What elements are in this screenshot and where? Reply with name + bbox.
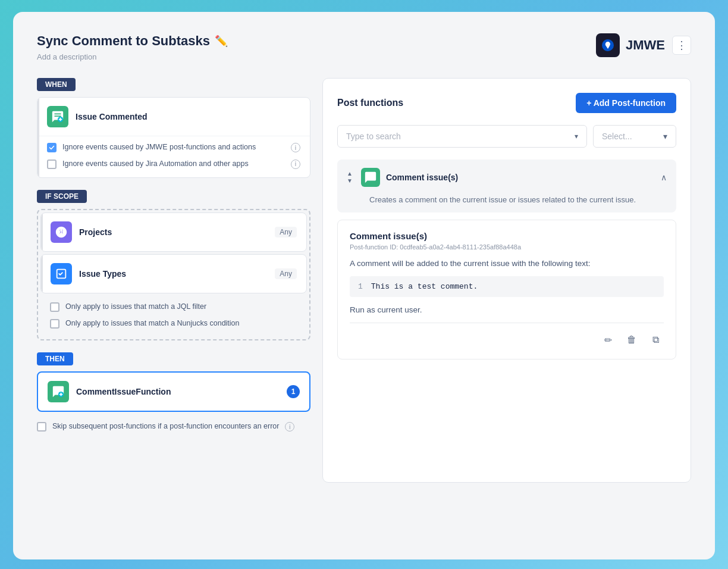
issue-types-icon: [51, 263, 72, 284]
info-icon-2[interactable]: i: [291, 160, 300, 169]
collapse-arrows[interactable]: ▲ ▼: [347, 171, 353, 184]
search-chevron-icon: ▾: [575, 132, 578, 140]
issue-commented-name: Issue Commented: [76, 112, 300, 121]
comment-issue-function-icon: [48, 381, 69, 402]
comment-issue-header-row: ▲ ▼ Comment issue(s) ∧: [337, 160, 676, 195]
skip-label: Skip subsequent post-functions if a post…: [52, 421, 279, 432]
post-functions-title: Post functions: [337, 98, 403, 108]
action-icons: ✏ 🗑 ⧉: [350, 332, 664, 348]
header-right: JMWE ⋮: [596, 33, 691, 57]
nunjucks-checkbox-row: Only apply to issues that match a Nunjuc…: [50, 318, 297, 329]
comment-issue-function-row: CommentIssueFunction 1: [38, 373, 309, 411]
left-panel: WHEN Issue Commented: [37, 78, 310, 432]
select-field[interactable]: Select... ▾: [593, 125, 676, 148]
then-section-content: CommentIssueFunction 1: [37, 371, 310, 412]
issue-types-name: Issue Types: [79, 269, 268, 279]
skip-row: Skip subsequent post-functions if a post…: [37, 421, 310, 432]
search-placeholder: Type to search: [346, 132, 401, 141]
select-chevron-icon: ▾: [663, 132, 667, 141]
post-functions-header: Post functions + Add Post-function: [337, 93, 676, 113]
projects-icon: [51, 221, 72, 243]
then-badge-wrap: THEN: [37, 352, 310, 371]
projects-badge: Any: [275, 227, 297, 237]
page-title: Sync Comment to Subtasks ✏️: [37, 33, 228, 49]
issue-types-badge: Any: [275, 268, 297, 279]
delete-action-icon[interactable]: 🗑: [623, 332, 640, 348]
edit-icon[interactable]: ✏️: [215, 35, 228, 48]
ifscope-checkboxes: Only apply to issues that match a JQL fi…: [40, 296, 307, 337]
jmwe-icon: [596, 33, 620, 57]
comment-issue-card-title: Comment issue(s): [386, 173, 655, 182]
copy-action-icon[interactable]: ⧉: [647, 332, 664, 348]
nunjucks-checkbox[interactable]: [50, 319, 59, 329]
nunjucks-label: Only apply to issues that match a Nunjuc…: [65, 318, 297, 329]
checkbox-row-2: Ignore events caused by Jira Automation …: [47, 159, 300, 170]
header: Sync Comment to Subtasks ✏️ Add a descri…: [37, 33, 691, 61]
then-badge: THEN: [37, 352, 73, 365]
code-content: This is a test comment.: [371, 282, 478, 291]
checkbox-row-1: Ignore events caused by JMWE post-functi…: [47, 142, 300, 153]
issue-commented-icon: [47, 106, 68, 127]
expand-icon[interactable]: ∧: [661, 173, 667, 182]
issue-types-row: Issue Types Any: [41, 255, 306, 293]
when-checkboxes: Ignore events caused by JMWE post-functi…: [37, 136, 310, 177]
edit-action-icon[interactable]: ✏: [600, 332, 616, 348]
page-subtitle: Add a description: [37, 52, 228, 61]
code-block: 1 This is a test comment.: [350, 276, 664, 297]
header-left: Sync Comment to Subtasks ✏️ Add a descri…: [37, 33, 228, 61]
when-badge-wrap: WHEN: [37, 78, 310, 97]
projects-name: Projects: [79, 227, 268, 237]
search-row: Type to search ▾ Select... ▾: [337, 125, 676, 148]
ifscope-badge: IF SCOPE: [37, 190, 87, 203]
skip-info-icon[interactable]: i: [285, 422, 294, 432]
detail-desc: A comment will be added to the current i…: [350, 259, 664, 268]
title-text: Sync Comment to Subtasks: [37, 33, 210, 49]
issue-commented-row: Issue Commented: [37, 98, 310, 136]
comment-issue-card: ▲ ▼ Comment issue(s) ∧ Creates a comment…: [337, 160, 676, 212]
brand-name: JMWE: [626, 37, 665, 53]
search-field[interactable]: Type to search ▾: [337, 125, 587, 148]
run-as: Run as current user.: [350, 305, 664, 323]
add-post-function-button[interactable]: + Add Post-function: [576, 93, 676, 113]
menu-dots-button[interactable]: ⋮: [672, 36, 691, 55]
ifscope-section: Projects Any Issue Types Any: [37, 209, 310, 340]
detail-id: Post-function ID: 0cdfeab5-a0a2-4ab4-811…: [350, 243, 664, 251]
comment-issue-function-name: CommentIssueFunction: [76, 387, 280, 396]
when-section-content: Issue Commented Ignore events caused by …: [37, 97, 310, 178]
checkbox-jira[interactable]: [47, 160, 57, 169]
jql-checkbox[interactable]: [50, 302, 59, 312]
projects-row-content: Projects Any: [40, 212, 307, 252]
skip-checkbox[interactable]: [37, 422, 46, 432]
comment-card-icon: [361, 168, 380, 187]
jmwe-logo: JMWE: [596, 33, 665, 57]
projects-row: Projects Any: [41, 213, 306, 251]
checkbox-label-2: Ignore events caused by Jira Automation …: [62, 159, 285, 170]
arrow-up-icon: ▲: [347, 171, 353, 177]
jql-checkbox-row: Only apply to issues that match a JQL fi…: [50, 302, 297, 312]
checkbox-label-1: Ignore events caused by JMWE post-functi…: [62, 142, 285, 153]
line-number: 1: [358, 282, 363, 291]
app-container: Sync Comment to Subtasks ✏️ Add a descri…: [13, 12, 715, 559]
checkbox-jmwe[interactable]: [47, 143, 57, 152]
main-content: WHEN Issue Commented: [37, 78, 691, 483]
comment-issue-card-desc: Creates a comment on the current issue o…: [337, 195, 676, 212]
arrow-down-icon: ▼: [347, 178, 353, 184]
detail-card: Comment issue(s) Post-function ID: 0cdfe…: [337, 220, 676, 359]
issue-types-row-content: Issue Types Any: [40, 254, 307, 293]
detail-title: Comment issue(s): [350, 231, 664, 241]
jql-label: Only apply to issues that match a JQL fi…: [65, 302, 297, 312]
when-badge: WHEN: [37, 78, 76, 91]
ifscope-badge-wrap: IF SCOPE: [37, 190, 310, 209]
info-icon-1[interactable]: i: [291, 143, 300, 152]
function-count: 1: [287, 385, 300, 398]
select-placeholder: Select...: [602, 132, 632, 141]
right-panel: Post functions + Add Post-function Type …: [322, 78, 691, 483]
